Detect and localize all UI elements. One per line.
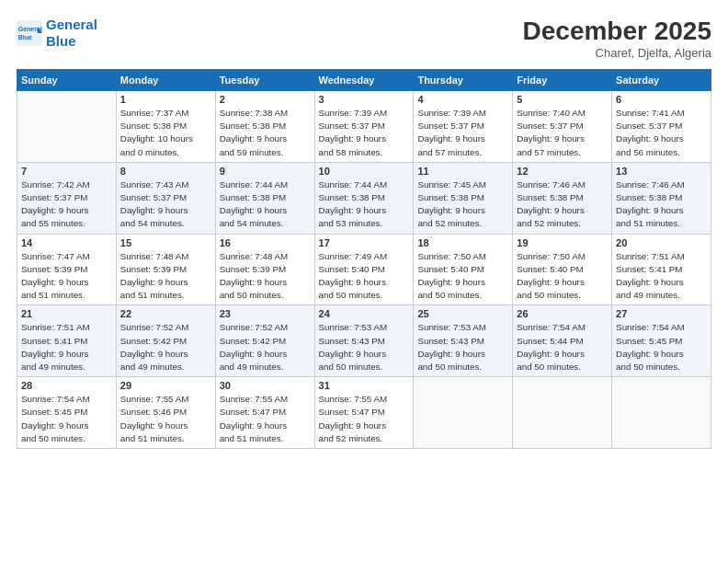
day-info: Sunrise: 7:48 AMSunset: 5:39 PMDaylight:… — [220, 250, 311, 303]
day-info: Sunrise: 7:54 AMSunset: 5:44 PMDaylight:… — [517, 321, 608, 373]
day-number: 10 — [319, 166, 410, 177]
day-number: 8 — [120, 166, 211, 177]
day-info: Sunrise: 7:44 AMSunset: 5:38 PMDaylight:… — [220, 178, 311, 231]
table-row: 30Sunrise: 7:55 AMSunset: 5:47 PMDayligh… — [215, 377, 314, 449]
day-info: Sunrise: 7:55 AMSunset: 5:47 PMDaylight:… — [319, 393, 410, 445]
week-row-4: 21Sunrise: 7:51 AMSunset: 5:41 PMDayligh… — [17, 305, 711, 377]
table-row: 31Sunrise: 7:55 AMSunset: 5:47 PMDayligh… — [314, 377, 414, 449]
logo: General Blue General Blue — [17, 17, 97, 50]
table-row — [513, 377, 612, 449]
page: General Blue General Blue December 2025 … — [0, 0, 728, 563]
day-number: 22 — [120, 308, 211, 319]
day-number: 13 — [616, 166, 707, 177]
table-row: 2Sunrise: 7:38 AMSunset: 5:38 PMDaylight… — [215, 91, 314, 163]
week-row-2: 7Sunrise: 7:42 AMSunset: 5:37 PMDaylight… — [17, 162, 711, 234]
col-saturday: Saturday — [612, 70, 711, 91]
table-row: 19Sunrise: 7:50 AMSunset: 5:40 PMDayligh… — [513, 234, 612, 305]
day-number: 9 — [220, 166, 311, 177]
day-number: 11 — [417, 166, 508, 177]
logo-icon: General Blue — [17, 20, 42, 46]
table-row: 24Sunrise: 7:53 AMSunset: 5:43 PMDayligh… — [314, 305, 414, 377]
day-info: Sunrise: 7:54 AMSunset: 5:45 PMDaylight:… — [616, 321, 707, 373]
table-row: 18Sunrise: 7:50 AMSunset: 5:40 PMDayligh… — [414, 234, 513, 305]
day-number: 26 — [517, 308, 608, 319]
day-number: 12 — [517, 166, 608, 177]
day-info: Sunrise: 7:48 AMSunset: 5:39 PMDaylight:… — [120, 250, 211, 303]
day-info: Sunrise: 7:50 AMSunset: 5:40 PMDaylight:… — [517, 250, 608, 303]
day-info: Sunrise: 7:50 AMSunset: 5:40 PMDaylight:… — [417, 250, 508, 303]
week-row-5: 28Sunrise: 7:54 AMSunset: 5:45 PMDayligh… — [17, 377, 711, 449]
day-number: 19 — [517, 237, 608, 248]
day-number: 28 — [21, 380, 112, 391]
day-info: Sunrise: 7:37 AMSunset: 5:38 PMDaylight:… — [120, 107, 211, 159]
table-row: 23Sunrise: 7:52 AMSunset: 5:42 PMDayligh… — [215, 305, 314, 377]
day-info: Sunrise: 7:44 AMSunset: 5:38 PMDaylight:… — [319, 178, 410, 231]
table-row: 14Sunrise: 7:47 AMSunset: 5:39 PMDayligh… — [17, 234, 117, 305]
table-row — [17, 91, 117, 163]
day-info: Sunrise: 7:53 AMSunset: 5:43 PMDaylight:… — [319, 321, 410, 373]
table-row: 13Sunrise: 7:46 AMSunset: 5:38 PMDayligh… — [612, 162, 711, 234]
day-number: 15 — [120, 237, 211, 248]
table-row: 21Sunrise: 7:51 AMSunset: 5:41 PMDayligh… — [17, 305, 117, 377]
table-row — [612, 377, 711, 449]
day-number: 18 — [417, 237, 508, 248]
table-row — [414, 377, 513, 449]
day-number: 31 — [319, 380, 410, 391]
col-tuesday: Tuesday — [215, 70, 314, 91]
day-info: Sunrise: 7:55 AMSunset: 5:46 PMDaylight:… — [120, 393, 211, 445]
week-row-3: 14Sunrise: 7:47 AMSunset: 5:39 PMDayligh… — [17, 234, 711, 305]
table-row: 28Sunrise: 7:54 AMSunset: 5:45 PMDayligh… — [17, 377, 117, 449]
table-row: 1Sunrise: 7:37 AMSunset: 5:38 PMDaylight… — [116, 91, 215, 163]
day-info: Sunrise: 7:42 AMSunset: 5:37 PMDaylight:… — [21, 178, 112, 231]
day-info: Sunrise: 7:40 AMSunset: 5:37 PMDaylight:… — [517, 107, 608, 159]
header-row: Sunday Monday Tuesday Wednesday Thursday… — [17, 70, 711, 91]
day-info: Sunrise: 7:51 AMSunset: 5:41 PMDaylight:… — [616, 250, 707, 303]
table-row: 10Sunrise: 7:44 AMSunset: 5:38 PMDayligh… — [314, 162, 414, 234]
day-number: 3 — [319, 94, 410, 105]
day-number: 21 — [21, 308, 112, 319]
day-info: Sunrise: 7:43 AMSunset: 5:37 PMDaylight:… — [120, 178, 211, 231]
col-monday: Monday — [116, 70, 215, 91]
day-info: Sunrise: 7:47 AMSunset: 5:39 PMDaylight:… — [21, 250, 112, 303]
table-row: 8Sunrise: 7:43 AMSunset: 5:37 PMDaylight… — [116, 162, 215, 234]
table-row: 22Sunrise: 7:52 AMSunset: 5:42 PMDayligh… — [116, 305, 215, 377]
day-number: 27 — [616, 308, 707, 319]
day-info: Sunrise: 7:46 AMSunset: 5:38 PMDaylight:… — [616, 178, 707, 231]
day-info: Sunrise: 7:49 AMSunset: 5:40 PMDaylight:… — [319, 250, 410, 303]
table-row: 26Sunrise: 7:54 AMSunset: 5:44 PMDayligh… — [513, 305, 612, 377]
calendar-table: Sunday Monday Tuesday Wednesday Thursday… — [17, 69, 711, 449]
day-number: 29 — [120, 380, 211, 391]
month-title: December 2025 — [523, 17, 711, 46]
day-number: 14 — [21, 237, 112, 248]
day-number: 1 — [120, 94, 211, 105]
day-info: Sunrise: 7:54 AMSunset: 5:45 PMDaylight:… — [21, 393, 112, 445]
day-number: 23 — [220, 308, 311, 319]
col-friday: Friday — [513, 70, 612, 91]
table-row: 6Sunrise: 7:41 AMSunset: 5:37 PMDaylight… — [612, 91, 711, 163]
col-thursday: Thursday — [414, 70, 513, 91]
table-row: 20Sunrise: 7:51 AMSunset: 5:41 PMDayligh… — [612, 234, 711, 305]
table-row: 16Sunrise: 7:48 AMSunset: 5:39 PMDayligh… — [215, 234, 314, 305]
day-info: Sunrise: 7:45 AMSunset: 5:38 PMDaylight:… — [417, 178, 508, 231]
day-number: 20 — [616, 237, 707, 248]
day-info: Sunrise: 7:46 AMSunset: 5:38 PMDaylight:… — [517, 178, 608, 231]
day-number: 4 — [417, 94, 508, 105]
day-number: 2 — [220, 94, 311, 105]
day-info: Sunrise: 7:51 AMSunset: 5:41 PMDaylight:… — [21, 321, 112, 373]
table-row: 15Sunrise: 7:48 AMSunset: 5:39 PMDayligh… — [116, 234, 215, 305]
location-subtitle: Charef, Djelfa, Algeria — [523, 46, 711, 60]
day-number: 7 — [21, 166, 112, 177]
table-row: 25Sunrise: 7:53 AMSunset: 5:43 PMDayligh… — [414, 305, 513, 377]
table-row: 3Sunrise: 7:39 AMSunset: 5:37 PMDaylight… — [314, 91, 414, 163]
day-number: 17 — [319, 237, 410, 248]
day-info: Sunrise: 7:38 AMSunset: 5:38 PMDaylight:… — [220, 107, 311, 159]
day-number: 25 — [417, 308, 508, 319]
day-number: 16 — [220, 237, 311, 248]
table-row: 27Sunrise: 7:54 AMSunset: 5:45 PMDayligh… — [612, 305, 711, 377]
day-info: Sunrise: 7:55 AMSunset: 5:47 PMDaylight:… — [220, 393, 311, 445]
table-row: 5Sunrise: 7:40 AMSunset: 5:37 PMDaylight… — [513, 91, 612, 163]
col-wednesday: Wednesday — [314, 70, 414, 91]
day-info: Sunrise: 7:53 AMSunset: 5:43 PMDaylight:… — [417, 321, 508, 373]
day-number: 24 — [319, 308, 410, 319]
header: General Blue General Blue December 2025 … — [17, 17, 711, 60]
